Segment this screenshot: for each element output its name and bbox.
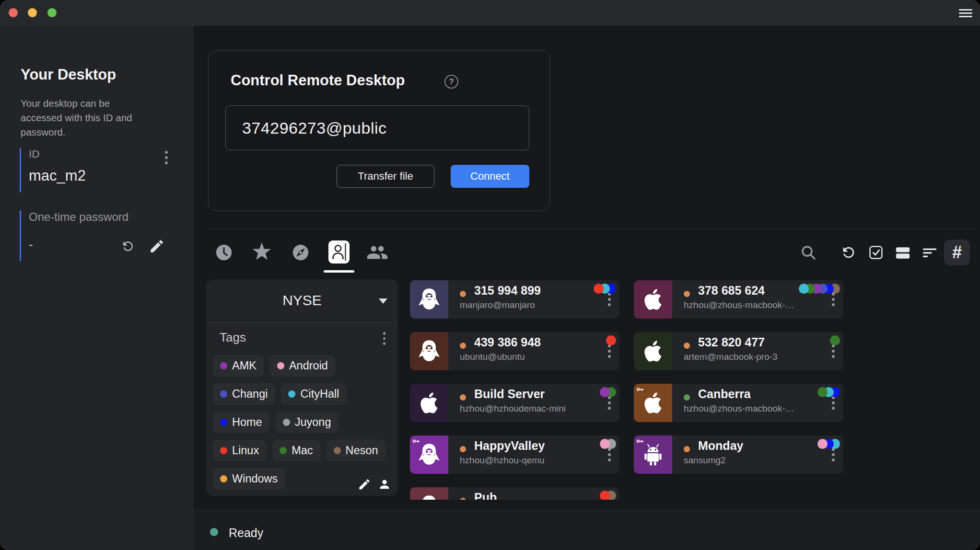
peer-card[interactable]: Pub <box>410 487 619 500</box>
tag-chip[interactable]: Linux <box>213 440 266 461</box>
grid-view-button[interactable] <box>944 240 970 265</box>
close-window-button[interactable] <box>9 8 18 17</box>
tag-chip[interactable]: Android <box>270 355 335 377</box>
key-badge <box>636 386 644 396</box>
tag-chip[interactable]: Mac <box>272 440 320 461</box>
apple-logo-icon <box>641 339 665 364</box>
peer-card[interactable]: 439 386 948 ubuntu@ubuntu <box>410 332 619 370</box>
hamburger-menu-icon[interactable] <box>959 9 972 17</box>
peer-tag-dots <box>594 284 616 294</box>
tab-group[interactable] <box>366 241 388 265</box>
peer-card[interactable]: 315 994 899 manjaro@manjaro <box>410 280 619 319</box>
divider <box>206 322 398 323</box>
peer-tag-dots <box>799 284 840 294</box>
refresh-password-icon[interactable] <box>121 239 135 255</box>
peer-os-tile <box>634 332 672 370</box>
id-menu-button[interactable] <box>165 151 168 164</box>
peer-status-dot <box>460 343 466 349</box>
tag-color-dot <box>220 390 227 398</box>
tab-favorites[interactable] <box>252 242 272 264</box>
connect-button[interactable]: Connect <box>451 165 529 188</box>
linux-penguin-icon <box>416 493 443 500</box>
peer-card[interactable]: 532 820 477 artem@macbook-pro-3 <box>634 332 843 370</box>
star-icon <box>252 242 272 262</box>
peer-menu-button[interactable] <box>832 344 835 358</box>
select-peer-icon[interactable] <box>378 478 391 493</box>
peer-name: Monday <box>698 439 743 453</box>
peer-menu-button[interactable] <box>832 293 835 306</box>
tab-discovered[interactable] <box>292 243 310 264</box>
address-book-dropdown[interactable]: NYSE <box>206 279 398 322</box>
peer-status-dot <box>684 446 690 452</box>
peer-card[interactable]: Monday sansumg2 <box>634 435 843 474</box>
peer-grid: 315 994 899 manjaro@manjaro 378 685 624 … <box>410 280 843 500</box>
peer-menu-button[interactable] <box>832 448 835 461</box>
tag-chip[interactable]: CityHall <box>281 383 346 405</box>
tags-menu-button[interactable] <box>383 332 386 345</box>
remote-id-input[interactable] <box>225 105 529 150</box>
tag-color-dot <box>220 362 227 369</box>
sort-button[interactable] <box>922 244 938 263</box>
android-robot-icon <box>640 442 666 468</box>
peer-menu-button[interactable] <box>608 293 611 306</box>
sidebar-title: Your Desktop <box>21 66 116 83</box>
peer-menu-button[interactable] <box>608 448 611 461</box>
sidebar: Your Desktop Your desktop can be accesse… <box>0 25 194 550</box>
tag-chip[interactable]: AMK <box>213 355 264 377</box>
id-label: ID <box>29 148 163 160</box>
tag-color-dot <box>334 447 341 454</box>
tag-color-dot <box>288 390 295 398</box>
card-view-button[interactable] <box>895 244 911 263</box>
peer-card[interactable]: HappyValley hzhou@hzhou-qemu <box>410 435 619 474</box>
tag-chip[interactable]: Home <box>213 412 269 433</box>
zoom-window-button[interactable] <box>47 8 57 17</box>
key-badge <box>636 438 644 447</box>
peer-hostname: hzhou@hzhoudemac-mini <box>460 403 566 414</box>
peer-os-tile <box>410 487 448 500</box>
app-window: Your Desktop Your desktop can be accesse… <box>0 0 980 550</box>
tag-chip[interactable]: Neson <box>327 440 385 461</box>
peer-tag-dots <box>606 335 616 345</box>
minimize-window-button[interactable] <box>28 8 37 17</box>
select-button[interactable] <box>868 245 884 262</box>
password-label: One-time password <box>29 210 163 224</box>
tab-recent-sessions[interactable] <box>215 243 233 264</box>
peer-name: 439 386 948 <box>474 335 541 349</box>
tag-chip[interactable]: Juyong <box>276 412 338 433</box>
apple-logo-icon <box>641 287 665 312</box>
apple-logo-icon <box>641 390 665 415</box>
peer-card[interactable]: 378 685 624 hzhou@zhous-macbook-… <box>634 280 843 319</box>
peer-hostname: ubuntu@ubuntu <box>460 352 525 362</box>
tag-color-dot <box>277 362 284 369</box>
tag-color-dot <box>280 447 287 454</box>
clock-icon <box>215 243 233 262</box>
peer-card[interactable]: Build Server hzhou@hzhoudemac-mini <box>410 384 619 422</box>
peer-card[interactable]: Canberra hzhou@zhous-macbook-… <box>634 384 843 422</box>
peer-tag-dots <box>600 387 616 397</box>
tag-color-dot <box>220 419 227 426</box>
tag-chip[interactable]: Changi <box>213 383 275 405</box>
tag-chip[interactable]: Windows <box>213 468 285 490</box>
peer-name: 378 685 624 <box>698 284 765 298</box>
peer-hostname: hzhou@zhous-macbook-… <box>684 403 794 414</box>
search-button[interactable] <box>800 244 817 263</box>
peer-menu-button[interactable] <box>608 396 611 410</box>
sort-icon <box>922 244 938 261</box>
edit-password-icon[interactable] <box>149 238 165 256</box>
peer-tag-dots <box>817 439 840 449</box>
peer-grid-viewport: 315 994 899 manjaro@manjaro 378 685 624 … <box>410 280 843 500</box>
refresh-button[interactable] <box>840 244 857 263</box>
tag-label: Android <box>289 359 328 372</box>
sidebar-description: Your desktop can be accessed with this I… <box>21 96 143 139</box>
edit-tags-icon[interactable] <box>358 478 371 493</box>
people-icon <box>366 241 388 264</box>
help-icon[interactable] <box>444 75 458 89</box>
tags-heading: Tags <box>220 330 246 345</box>
peer-status-dot <box>460 394 466 401</box>
peer-menu-button[interactable] <box>608 344 611 358</box>
transfer-file-button[interactable]: Transfer file <box>337 165 434 188</box>
key-badge <box>412 438 420 447</box>
peer-menu-button[interactable] <box>832 396 835 410</box>
tab-address-book[interactable] <box>328 241 350 264</box>
peer-os-tile <box>634 435 672 474</box>
